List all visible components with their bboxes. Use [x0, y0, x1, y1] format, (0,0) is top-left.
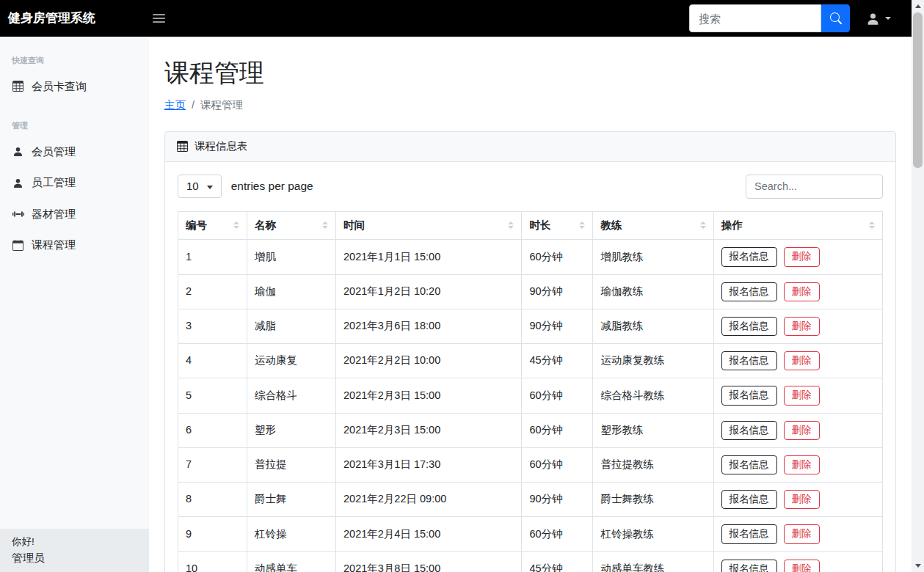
card-body: 10 entries per page 编号 名称 时间 时长 — [165, 162, 895, 572]
sidebar-item-equipment-management[interactable]: 器材管理 — [0, 199, 149, 230]
delete-button[interactable]: 删除 — [784, 421, 820, 440]
sidebar-item-course-management[interactable]: 课程管理 — [0, 230, 149, 261]
sort-icon — [233, 221, 239, 229]
signup-info-button[interactable]: 报名信息 — [721, 455, 777, 474]
signup-info-button[interactable]: 报名信息 — [721, 351, 777, 370]
cell-id: 6 — [178, 413, 247, 447]
cell-actions: 报名信息 删除 — [713, 378, 882, 413]
column-header-duration[interactable]: 时长 — [522, 211, 593, 240]
staff-icon — [12, 177, 24, 188]
cell-id: 1 — [178, 240, 247, 274]
user-icon — [866, 12, 880, 26]
navbar-search-input[interactable] — [689, 4, 821, 32]
breadcrumb-current: 课程管理 — [200, 98, 243, 114]
table-controls: 10 entries per page — [178, 175, 883, 199]
scrollbar-down-arrow[interactable] — [912, 560, 924, 572]
top-navbar: 健身房管理系统 — [0, 0, 924, 37]
breadcrumb-home-link[interactable]: 主页 — [164, 98, 186, 114]
cell-time: 2021年2月2日 10:00 — [336, 344, 522, 378]
cell-name: 杠铃操 — [247, 517, 336, 551]
column-header-id[interactable]: 编号 — [178, 211, 247, 240]
sort-icon — [700, 221, 706, 229]
sidebar-heading-quick-query: 快速查询 — [0, 37, 149, 71]
cell-duration: 60分钟 — [522, 413, 593, 447]
cell-time: 2021年2月4日 15:00 — [336, 517, 522, 551]
scrollbar[interactable] — [912, 0, 924, 572]
member-card-icon — [12, 81, 24, 92]
cell-duration: 60分钟 — [522, 517, 593, 551]
cell-duration: 90分钟 — [522, 483, 593, 517]
signup-info-button[interactable]: 报名信息 — [721, 421, 777, 440]
signup-info-button[interactable]: 报名信息 — [721, 247, 777, 266]
signup-info-button[interactable]: 报名信息 — [721, 282, 777, 301]
signup-info-button[interactable]: 报名信息 — [721, 524, 777, 543]
cell-actions: 报名信息 删除 — [713, 551, 882, 572]
signup-info-button[interactable]: 报名信息 — [721, 317, 777, 336]
sidebar-item-member-management[interactable]: 会员管理 — [0, 136, 149, 168]
breadcrumb-separator: / — [192, 98, 194, 114]
entries-per-page-select[interactable]: 10 — [178, 175, 222, 199]
delete-button[interactable]: 删除 — [784, 317, 820, 336]
cell-id: 9 — [178, 517, 247, 551]
cell-coach: 瑜伽教练 — [593, 274, 713, 309]
main-content: 课程管理 主页 / 课程管理 课程信息表 10 entries per page — [149, 0, 912, 572]
cell-time: 2021年3月1日 17:30 — [336, 447, 522, 482]
sidebar-item-member-card-query[interactable]: 会员卡查询 — [0, 71, 149, 103]
entries-per-page-value: 10 — [186, 178, 199, 195]
cell-actions: 报名信息 删除 — [713, 274, 882, 309]
table-search-input[interactable] — [746, 175, 883, 199]
sidebar-item-label: 员工管理 — [32, 175, 76, 191]
cell-time: 2021年3月8日 15:00 — [336, 551, 522, 572]
cell-coach: 杠铃操教练 — [593, 517, 713, 551]
user-menu[interactable] — [866, 12, 891, 26]
app-title: 健身房管理系统 — [0, 9, 141, 28]
delete-button[interactable]: 删除 — [784, 455, 820, 474]
sidebar-item-label: 课程管理 — [32, 237, 76, 254]
navbar-search-button[interactable] — [821, 4, 850, 32]
cell-name: 瑜伽 — [247, 274, 336, 309]
delete-button[interactable]: 删除 — [784, 490, 820, 509]
signup-info-button[interactable]: 报名信息 — [721, 386, 777, 405]
signup-info-button[interactable]: 报名信息 — [721, 490, 777, 509]
delete-button[interactable]: 删除 — [784, 386, 820, 405]
table-row: 10 动感单车 2021年3月8日 15:00 45分钟 动感单车教练 报名信息… — [178, 551, 883, 572]
cell-coach: 增肌教练 — [593, 240, 713, 274]
cell-coach: 爵士舞教练 — [593, 483, 713, 517]
page-title: 课程管理 — [164, 54, 896, 92]
sidebar-item-label: 会员管理 — [32, 144, 76, 161]
column-header-coach[interactable]: 教练 — [593, 211, 713, 240]
cell-time: 2021年3月6日 18:00 — [336, 309, 522, 343]
delete-button[interactable]: 删除 — [784, 282, 820, 301]
sort-icon — [508, 221, 514, 229]
cell-coach: 塑形教练 — [593, 413, 713, 447]
cell-duration: 60分钟 — [522, 378, 593, 413]
table-row: 3 减脂 2021年3月6日 18:00 90分钟 减脂教练 报名信息 删除 — [178, 309, 883, 343]
delete-button[interactable]: 删除 — [784, 524, 820, 543]
cell-name: 普拉提 — [247, 447, 336, 482]
signup-info-button[interactable]: 报名信息 — [721, 560, 777, 572]
sort-icon — [322, 221, 328, 229]
delete-button[interactable]: 删除 — [784, 351, 820, 370]
cell-name: 增肌 — [247, 240, 336, 274]
cell-time: 2021年1月1日 15:00 — [336, 240, 522, 274]
column-header-time[interactable]: 时间 — [336, 211, 522, 240]
cell-actions: 报名信息 删除 — [713, 309, 882, 343]
table-row: 6 塑形 2021年2月3日 15:00 60分钟 塑形教练 报名信息 删除 — [178, 413, 883, 447]
scrollbar-thumb[interactable] — [913, 12, 923, 168]
cell-actions: 报名信息 删除 — [713, 517, 882, 551]
table-row: 1 增肌 2021年1月1日 15:00 60分钟 增肌教练 报名信息 删除 — [178, 240, 883, 274]
cell-duration: 60分钟 — [522, 447, 593, 482]
sidebar-toggle-button[interactable] — [145, 10, 172, 27]
column-header-name[interactable]: 名称 — [247, 211, 336, 240]
card-header: 课程信息表 — [165, 132, 895, 162]
column-header-actions[interactable]: 操作 — [713, 211, 882, 240]
sidebar-item-staff-management[interactable]: 员工管理 — [0, 167, 149, 199]
delete-button[interactable]: 删除 — [784, 247, 820, 266]
scrollbar-up-arrow[interactable] — [912, 0, 924, 12]
sidebar: 快速查询 会员卡查询 管理 会员管理 员工管理 器材管理 课程管理 你好! 管理… — [0, 37, 149, 572]
search-icon — [830, 12, 842, 24]
table-head: 编号 名称 时间 时长 教练 操作 — [178, 211, 883, 240]
delete-button[interactable]: 删除 — [784, 560, 820, 572]
cell-time: 2021年2月3日 15:00 — [336, 413, 522, 447]
cell-actions: 报名信息 删除 — [713, 413, 882, 447]
